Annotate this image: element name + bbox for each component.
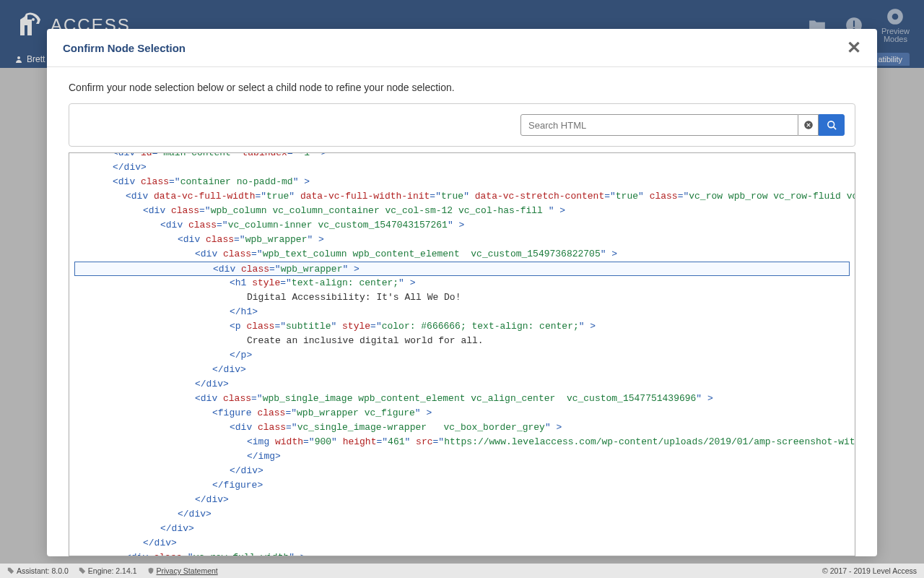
modal-body: Confirm your node selection below or sel… bbox=[47, 67, 877, 556]
confirm-node-modal: Confirm Node Selection ✕ Confirm your no… bbox=[47, 29, 877, 556]
footer-engine: Engine: 2.14.1 bbox=[79, 566, 137, 575]
code-line[interactable]: </h1> bbox=[75, 305, 849, 319]
code-line[interactable]: <div class="container no-padd-md" > bbox=[75, 175, 849, 189]
svg-point-7 bbox=[827, 121, 834, 127]
search-button[interactable] bbox=[819, 114, 845, 136]
search-input[interactable] bbox=[520, 114, 798, 136]
footer-copyright: © 2017 - 2019 Level Access bbox=[822, 566, 917, 575]
code-line[interactable]: </div> bbox=[75, 536, 849, 551]
code-line[interactable]: </div> bbox=[75, 464, 849, 478]
modal-title: Confirm Node Selection bbox=[63, 42, 186, 54]
code-line[interactable]: <div class="wpb_column vc_column_contain… bbox=[75, 204, 849, 218]
code-line[interactable]: <img width="900" height="461" src="https… bbox=[75, 435, 849, 449]
code-line[interactable]: <p class="subtitle" style="color: #66666… bbox=[75, 319, 849, 334]
code-line[interactable]: </figure> bbox=[75, 478, 849, 493]
code-line[interactable]: <div class="vc_column-inner vc_custom_15… bbox=[75, 218, 849, 233]
shield-icon bbox=[147, 567, 154, 574]
code-line[interactable]: Create an inclusive digital world for al… bbox=[75, 334, 849, 348]
tag-icon bbox=[79, 567, 86, 574]
modal-header: Confirm Node Selection ✕ bbox=[47, 29, 877, 67]
close-icon[interactable]: ✕ bbox=[847, 39, 861, 56]
code-line[interactable]: <figure class="wpb_wrapper vc_figure" > bbox=[75, 406, 849, 420]
code-line[interactable]: <div class="vc_row-full-width" > bbox=[75, 551, 849, 556]
instruction-text: Confirm your node selection below or sel… bbox=[47, 67, 877, 103]
search-icon bbox=[827, 120, 837, 131]
code-line[interactable]: <div data-vc-full-width="true" data-vc-f… bbox=[75, 189, 849, 204]
clear-search-button[interactable] bbox=[798, 114, 819, 136]
clear-icon bbox=[803, 120, 814, 130]
code-line[interactable]: <div class="vc_single_image-wrapper vc_b… bbox=[75, 420, 849, 435]
code-line[interactable]: </div> bbox=[75, 363, 849, 377]
footer: Assistant: 8.0.0 Engine: 2.14.1 Privacy … bbox=[0, 564, 924, 578]
code-line[interactable]: </div> bbox=[75, 493, 849, 507]
footer-assistant: Assistant: 8.0.0 bbox=[7, 566, 69, 575]
code-line[interactable]: <div class="wpb_single_image wpb_content… bbox=[75, 392, 849, 406]
code-line[interactable]: </div> bbox=[75, 377, 849, 392]
svg-line-8 bbox=[833, 126, 836, 129]
code-line[interactable]: <div id="main-content" tabindex="-1" > bbox=[75, 152, 849, 160]
code-line[interactable]: <div class="wpb_wrapper" > bbox=[75, 233, 849, 247]
code-line[interactable]: </p> bbox=[75, 348, 849, 363]
code-line[interactable]: </div> bbox=[75, 160, 849, 175]
code-line[interactable]: Digital Accessibility: It's All We Do! bbox=[75, 290, 849, 305]
code-line[interactable]: </div> bbox=[75, 522, 849, 536]
code-line[interactable]: <div class="wpb_wrapper" > bbox=[74, 262, 850, 276]
code-line[interactable]: </div> bbox=[75, 507, 849, 522]
code-line[interactable]: <div class="wpb_text_column wpb_content_… bbox=[75, 247, 849, 262]
tag-icon bbox=[7, 567, 14, 574]
code-line[interactable]: <h1 style="text-align: center;" > bbox=[75, 276, 849, 290]
code-tree[interactable]: <div id="main-content" tabindex="-1" ></… bbox=[69, 152, 855, 556]
code-line[interactable]: </img> bbox=[75, 449, 849, 464]
footer-privacy-link[interactable]: Privacy Statement bbox=[147, 566, 218, 575]
search-container bbox=[69, 103, 855, 147]
